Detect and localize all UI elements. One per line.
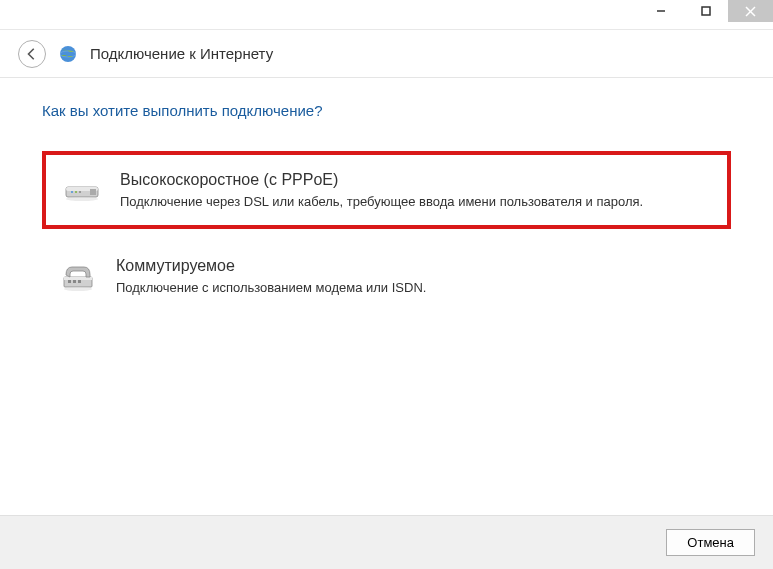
phone-modem-icon bbox=[58, 255, 98, 295]
svg-point-9 bbox=[75, 191, 77, 193]
option-text: Высокоскоростное (с PPPoE) Подключение ч… bbox=[120, 169, 711, 211]
question-heading: Как вы хотите выполнить подключение? bbox=[42, 102, 731, 119]
minimize-button[interactable] bbox=[638, 0, 683, 22]
svg-rect-11 bbox=[90, 189, 96, 195]
close-button[interactable] bbox=[728, 0, 773, 22]
window-title: Подключение к Интернету bbox=[90, 45, 273, 62]
header: Подключение к Интернету bbox=[0, 30, 773, 78]
maximize-button[interactable] bbox=[683, 0, 728, 22]
option-description: Подключение с использованием модема или … bbox=[116, 279, 715, 297]
option-description: Подключение через DSL или кабель, требую… bbox=[120, 193, 711, 211]
svg-point-12 bbox=[66, 197, 98, 201]
svg-rect-16 bbox=[73, 280, 76, 283]
svg-rect-15 bbox=[68, 280, 71, 283]
option-text: Коммутируемое Подключение с использовани… bbox=[116, 255, 715, 297]
svg-point-18 bbox=[64, 287, 92, 291]
svg-point-8 bbox=[71, 191, 73, 193]
option-title: Коммутируемое bbox=[116, 257, 715, 275]
cancel-button[interactable]: Отмена bbox=[666, 529, 755, 556]
svg-point-10 bbox=[79, 191, 81, 193]
svg-rect-14 bbox=[64, 277, 92, 280]
titlebar bbox=[0, 0, 773, 30]
option-broadband-pppoe[interactable]: Высокоскоростное (с PPPoE) Подключение ч… bbox=[42, 151, 731, 229]
footer: Отмена bbox=[0, 515, 773, 569]
content-area: Как вы хотите выполнить подключение? Выс… bbox=[0, 78, 773, 335]
options-list: Высокоскоростное (с PPPoE) Подключение ч… bbox=[42, 151, 731, 311]
back-button[interactable] bbox=[18, 40, 46, 68]
globe-icon bbox=[58, 44, 78, 64]
titlebar-buttons bbox=[638, 0, 773, 22]
svg-point-4 bbox=[60, 46, 76, 62]
svg-rect-17 bbox=[78, 280, 81, 283]
modem-icon bbox=[62, 169, 102, 209]
option-dialup[interactable]: Коммутируемое Подключение с использовани… bbox=[42, 241, 731, 311]
option-title: Высокоскоростное (с PPPoE) bbox=[120, 171, 711, 189]
svg-rect-1 bbox=[702, 7, 710, 15]
